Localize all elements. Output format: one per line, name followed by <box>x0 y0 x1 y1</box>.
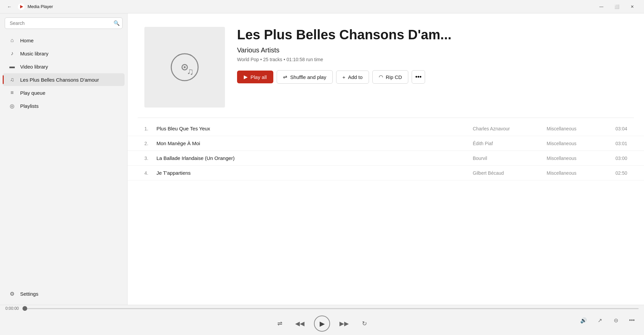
search-input[interactable] <box>5 17 123 29</box>
track-title: La Ballade Irlandaise (Un Oranger) <box>156 155 473 161</box>
rip-cd-label: Rip CD <box>386 74 402 80</box>
next-icon: ▶▶ <box>339 320 349 327</box>
shuffle-label: Shuffle and play <box>290 74 326 80</box>
sidebar-spacer <box>0 113 127 287</box>
track-list: 1. Plus Bleu Que Tes Yeux Charles Aznavo… <box>128 118 644 184</box>
home-nav-label: Home <box>20 38 34 43</box>
sidebar-item-playlists[interactable]: ◎Playlists <box>3 99 125 113</box>
play-queue-nav-label: Play queue <box>20 90 45 96</box>
album-artist: Various Artists <box>237 46 627 54</box>
track-duration: 02:50 <box>607 170 627 176</box>
previous-button[interactable]: ◀◀ <box>294 318 306 330</box>
close-button[interactable]: ✕ <box>625 1 640 12</box>
album-art: ♫ <box>144 27 225 108</box>
back-button[interactable]: ← <box>4 1 15 12</box>
minimize-icon: — <box>599 4 603 9</box>
back-icon: ← <box>7 4 12 9</box>
miniplayer-icon: ⊝ <box>614 317 618 324</box>
track-title: Mon Manège À Moi <box>156 140 473 146</box>
close-icon: ✕ <box>631 4 634 9</box>
album-title: Les Plus Belles Chansons D'am... <box>237 27 627 42</box>
player-more-button[interactable]: ••• <box>627 315 637 326</box>
playlists-nav-label: Playlists <box>20 103 39 109</box>
rip-cd-button[interactable]: ◠ Rip CD <box>372 70 408 84</box>
album-meta-sep1: • <box>260 57 263 62</box>
svg-point-5 <box>184 66 186 68</box>
shuffle-button[interactable]: ⇌ <box>274 318 286 330</box>
sidebar-item-video-library[interactable]: ▬Video library <box>3 60 125 73</box>
volume-button[interactable]: 🔊 <box>578 315 589 326</box>
track-duration: 03:01 <box>607 141 627 146</box>
track-album: Miscellaneous <box>547 156 607 161</box>
track-duration: 03:00 <box>607 156 627 161</box>
track-title: Je T'appartiens <box>156 170 473 176</box>
maximize-icon: ⬜ <box>614 4 619 9</box>
svg-text:♫: ♫ <box>187 66 194 77</box>
sidebar-item-current-album[interactable]: ♫Les Plus Belles Chansons D'amour <box>3 73 125 86</box>
search-icon[interactable]: 🔍 <box>113 20 120 26</box>
rip-cd-icon: ◠ <box>379 74 383 80</box>
volume-icon: 🔊 <box>580 317 587 324</box>
fullscreen-button[interactable]: ↗ <box>594 315 605 326</box>
track-artist: Gilbert Bécaud <box>473 170 547 176</box>
current-time: 0:00:00 <box>5 306 21 311</box>
miniplayer-button[interactable]: ⊝ <box>610 315 621 326</box>
sidebar-item-settings[interactable]: ⚙ Settings <box>3 287 125 300</box>
play-pause-button[interactable]: ▶ <box>314 316 330 332</box>
sidebar: 🔍 ⌂Home♪Music library▬Video library♫Les … <box>0 13 128 305</box>
play-queue-nav-icon: ≡ <box>9 90 15 96</box>
player-right-controls: 🔊 ↗ ⊝ ••• <box>578 315 637 326</box>
progress-thumb[interactable] <box>22 306 27 311</box>
sidebar-item-music-library[interactable]: ♪Music library <box>3 47 125 60</box>
progress-track[interactable] <box>25 308 639 309</box>
settings-label: Settings <box>20 291 38 297</box>
more-icon: ••• <box>415 74 422 81</box>
sidebar-item-home[interactable]: ⌂Home <box>3 34 125 47</box>
more-options-button[interactable]: ••• <box>412 70 425 84</box>
titlebar: ← Media Player — ⬜ ✕ <box>0 0 644 13</box>
album-actions: ▶ Play all ⇌ Shuffle and play + Add to ◠… <box>237 70 627 84</box>
play-all-button[interactable]: ▶ Play all <box>237 71 273 83</box>
track-duration: 03:04 <box>607 126 627 131</box>
table-row[interactable]: 4. Je T'appartiens Gilbert Bécaud Miscel… <box>128 166 644 180</box>
progress-bar-container: 0:00:00 <box>0 305 644 312</box>
player-bottom-row: ⇌ ◀◀ ▶ ▶▶ ↻ 🔊 ↗ ⊝ <box>0 312 644 335</box>
shuffle-icon: ⇌ <box>283 74 287 80</box>
sidebar-item-play-queue[interactable]: ≡Play queue <box>3 86 125 99</box>
table-row[interactable]: 3. La Ballade Irlandaise (Un Oranger) Bo… <box>128 151 644 166</box>
next-button[interactable]: ▶▶ <box>338 318 350 330</box>
prev-icon: ◀◀ <box>295 320 305 327</box>
track-artist: Bourvil <box>473 156 547 161</box>
maximize-button[interactable]: ⬜ <box>609 1 625 12</box>
album-runtime: 01:10:58 run time <box>286 57 323 62</box>
player-more-icon: ••• <box>629 317 635 323</box>
track-number: 3. <box>144 156 156 161</box>
play-all-label: Play all <box>250 74 267 80</box>
player-bar: 0:00:00 ⇌ ◀◀ ▶ ▶▶ ↻ 🔊 <box>0 305 644 335</box>
shuffle-play-button[interactable]: ⇌ Shuffle and play <box>277 70 332 84</box>
repeat-icon: ↻ <box>362 320 367 327</box>
video-library-nav-icon: ▬ <box>9 64 15 70</box>
settings-icon: ⚙ <box>9 291 15 297</box>
playlists-nav-icon: ◎ <box>9 103 15 109</box>
music-library-nav-icon: ♪ <box>9 50 15 56</box>
table-row[interactable]: 1. Plus Bleu Que Tes Yeux Charles Aznavo… <box>128 121 644 136</box>
album-meta-sep2: • <box>284 57 287 62</box>
track-title: Plus Bleu Que Tes Yeux <box>156 126 473 131</box>
table-row[interactable]: 2. Mon Manège À Moi Édith Piaf Miscellan… <box>128 136 644 151</box>
add-to-button[interactable]: + Add to <box>336 71 369 84</box>
album-meta: World Pop • 25 tracks • 01:10:58 run tim… <box>237 57 627 62</box>
track-number: 4. <box>144 170 156 176</box>
video-library-nav-label: Video library <box>20 64 48 70</box>
minimize-button[interactable]: — <box>594 1 609 12</box>
track-number: 1. <box>144 126 156 131</box>
fullscreen-icon: ↗ <box>598 317 602 324</box>
track-artist: Édith Piaf <box>473 141 547 146</box>
play-all-icon: ▶ <box>244 74 248 80</box>
player-controls: ⇌ ◀◀ ▶ ▶▶ ↻ <box>0 316 644 332</box>
repeat-button[interactable]: ↻ <box>358 318 370 330</box>
window-controls: — ⬜ ✕ <box>594 1 640 12</box>
album-track-count: 25 tracks <box>263 57 282 62</box>
track-album: Miscellaneous <box>547 141 607 146</box>
main-layout: 🔍 ⌂Home♪Music library▬Video library♫Les … <box>0 13 644 305</box>
